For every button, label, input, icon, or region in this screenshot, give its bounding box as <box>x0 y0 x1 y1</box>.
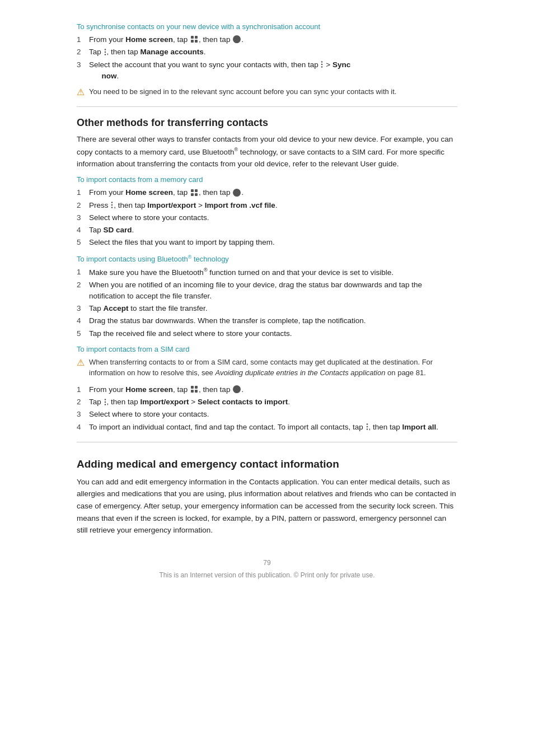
sync-step-3: 3 Select the account that you want to sy… <box>77 59 457 82</box>
svg-point-16 <box>235 190 238 193</box>
dots-icon-s4 <box>366 423 368 431</box>
svg-rect-1 <box>195 36 198 39</box>
svg-rect-15 <box>195 193 198 196</box>
import-vcf-label: Import from .vcf file <box>205 201 275 209</box>
import-memory-card-heading: To import contacts from a memory card <box>77 175 457 184</box>
dots-icon-2 <box>104 48 106 56</box>
sim-step-2: 2 Tap , then tap Import/export > Select … <box>77 396 457 408</box>
grid-icon-3 <box>190 385 198 393</box>
sync-note-text: You need to be signed in to the relevant… <box>89 86 396 97</box>
svg-point-28 <box>104 401 106 403</box>
import-memory-card-steps: 1 From your Home screen, tap , then tap … <box>77 187 457 248</box>
sim-step-4: 4 To import an individual contact, find … <box>77 422 457 433</box>
person-icon-1 <box>233 35 241 43</box>
sync-note-block: ⚠ You need to be signed in to the releva… <box>77 86 457 97</box>
svg-point-10 <box>321 64 323 66</box>
other-methods-body: There are several other ways to transfer… <box>77 133 457 170</box>
grid-icon-1 <box>190 35 198 43</box>
person-icon-3 <box>233 385 241 393</box>
import-all-label: Import all <box>402 423 437 431</box>
sim-step-3: 3 Select where to store your contacts. <box>77 409 457 420</box>
svg-rect-23 <box>191 390 194 393</box>
svg-rect-12 <box>191 189 194 192</box>
dots-icon-3 <box>321 60 323 68</box>
svg-point-30 <box>366 423 368 425</box>
dots-icon-s2 <box>104 398 106 406</box>
svg-rect-13 <box>195 189 198 192</box>
medical-title: Adding medical and emergency contact inf… <box>77 458 457 470</box>
sync-step-2: 2 Tap , then tap Manage accounts. <box>77 46 457 58</box>
manage-accounts-label: Manage accounts <box>140 48 204 56</box>
svg-point-11 <box>321 66 323 68</box>
memory-step-4: 4 Tap SD card. <box>77 225 457 236</box>
svg-point-29 <box>104 404 106 405</box>
svg-rect-0 <box>191 36 194 39</box>
svg-point-17 <box>234 194 240 197</box>
memory-step-5: 5 Select the files that you want to impo… <box>77 237 457 248</box>
bt-step-3: 3 Tap Accept to start the file transfer. <box>77 303 457 314</box>
person-icon-2 <box>233 189 241 197</box>
home-screen-label-1: Home screen <box>125 35 173 44</box>
divider-2 <box>77 442 457 442</box>
sync-steps-list: 1 From your Home screen, tap , then tap … <box>77 34 457 82</box>
svg-point-26 <box>234 390 240 393</box>
footer-text: This is an Internet version of this publ… <box>77 571 457 579</box>
grid-icon-2 <box>190 189 198 197</box>
svg-rect-24 <box>195 390 198 393</box>
sim-note-italic: Avoiding duplicate entries in the Contac… <box>215 368 385 377</box>
import-bluetooth-steps: 1 Make sure you have the Bluetooth® func… <box>77 267 457 339</box>
bt-step-5: 5 Tap the received file and select where… <box>77 328 457 339</box>
import-sim-heading: To import contacts from a SIM card <box>77 345 457 353</box>
svg-point-5 <box>234 40 240 43</box>
import-bluetooth-heading: To import contacts using Bluetooth® tech… <box>77 254 457 263</box>
medical-body: You can add and edit emergency informati… <box>77 476 457 536</box>
warning-icon-2: ⚠ <box>77 357 86 368</box>
svg-rect-14 <box>191 193 194 196</box>
svg-rect-21 <box>191 386 194 389</box>
svg-rect-22 <box>195 386 198 389</box>
svg-point-18 <box>111 202 113 203</box>
sim-note-block: ⚠ When transferring contacts to or from … <box>77 357 457 379</box>
svg-point-20 <box>111 207 113 208</box>
sim-note-text: When transferring contacts to or from a … <box>89 357 457 379</box>
home-screen-label-3: Home screen <box>125 385 173 394</box>
svg-point-27 <box>104 399 106 400</box>
dots-icon-m2 <box>111 201 113 209</box>
import-export-label: Import/export <box>147 201 196 209</box>
svg-point-32 <box>366 428 368 430</box>
home-screen-label-2: Home screen <box>125 188 173 197</box>
bt-step-2: 2 When you are notified of an incoming f… <box>77 279 457 302</box>
svg-point-25 <box>235 386 238 390</box>
svg-point-31 <box>366 426 368 428</box>
memory-step-1: 1 From your Home screen, tap , then tap … <box>77 187 457 198</box>
sync-heading: To synchronise contacts on your new devi… <box>77 22 457 31</box>
sync-now-label: Sync now <box>89 60 350 80</box>
svg-point-8 <box>104 54 106 55</box>
sim-step-1: 1 From your Home screen, tap , then tap … <box>77 384 457 395</box>
memory-step-2: 2 Press , then tap Import/export > Impor… <box>77 200 457 211</box>
bt-step-1: 1 Make sure you have the Bluetooth® func… <box>77 267 457 278</box>
sync-step-1: 1 From your Home screen, tap , then tap … <box>77 34 457 45</box>
memory-step-3: 3 Select where to store your contacts. <box>77 212 457 223</box>
warning-icon-1: ⚠ <box>77 87 86 97</box>
page-content: To synchronise contacts on your new devi… <box>77 0 457 613</box>
divider-1 <box>77 106 457 107</box>
svg-point-19 <box>111 204 113 206</box>
bt-step-4: 4 Drag the status bar downwards. When th… <box>77 315 457 326</box>
import-sim-steps: 1 From your Home screen, tap , then tap … <box>77 384 457 433</box>
svg-rect-3 <box>195 40 198 43</box>
page-number: 79 <box>77 559 457 567</box>
svg-point-6 <box>104 49 106 50</box>
other-methods-title: Other methods for transferring contacts <box>77 117 457 129</box>
svg-point-4 <box>235 36 238 40</box>
sd-card-label: SD card <box>104 226 132 234</box>
import-export-label-2: Import/export <box>140 398 189 406</box>
svg-point-7 <box>104 51 106 53</box>
accept-label: Accept <box>104 304 129 312</box>
svg-rect-2 <box>191 40 194 43</box>
page-footer: 79 This is an Internet version of this p… <box>77 559 457 579</box>
svg-point-9 <box>321 61 323 63</box>
select-contacts-label: Select contacts to import <box>198 398 288 406</box>
